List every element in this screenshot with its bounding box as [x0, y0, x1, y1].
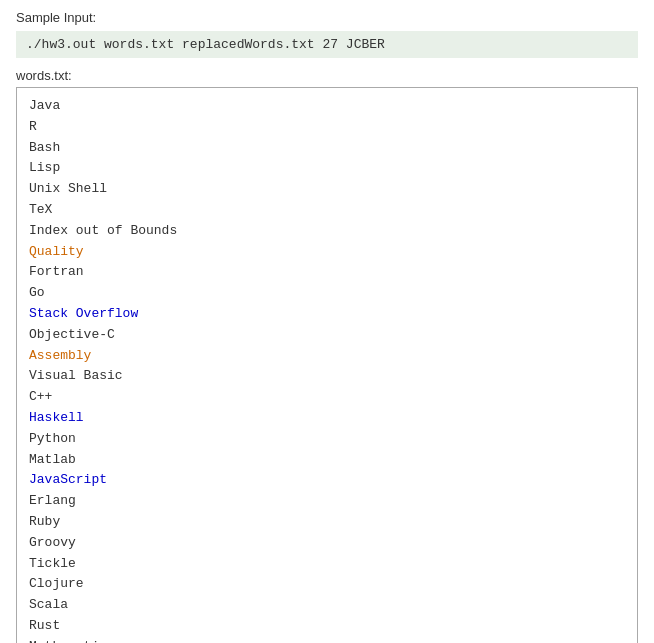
list-item: Mathematica — [29, 637, 625, 643]
list-item: Index out of Bounds — [29, 221, 625, 242]
list-item: TeX — [29, 200, 625, 221]
list-item: Scala — [29, 595, 625, 616]
list-item: Bash — [29, 138, 625, 159]
list-item: Visual Basic — [29, 366, 625, 387]
list-item: Unix Shell — [29, 179, 625, 200]
list-item: C++ — [29, 387, 625, 408]
list-item: Lisp — [29, 158, 625, 179]
list-item: Clojure — [29, 574, 625, 595]
command-display: ./hw3.out words.txt replacedWords.txt 27… — [16, 31, 638, 58]
list-item: Haskell — [29, 408, 625, 429]
list-item: Rust — [29, 616, 625, 637]
list-item: Groovy — [29, 533, 625, 554]
list-item: Objective-C — [29, 325, 625, 346]
list-item: Tickle — [29, 554, 625, 575]
list-item: R — [29, 117, 625, 138]
list-item: Assembly — [29, 346, 625, 367]
list-item: Java — [29, 96, 625, 117]
list-item: Quality — [29, 242, 625, 263]
list-item: Fortran — [29, 262, 625, 283]
list-item: Ruby — [29, 512, 625, 533]
list-item: Stack Overflow — [29, 304, 625, 325]
words-file-label: words.txt: — [16, 68, 638, 83]
list-item: Erlang — [29, 491, 625, 512]
words-list-box: JavaRBashLispUnix ShellTeXIndex out of B… — [16, 87, 638, 643]
list-item: JavaScript — [29, 470, 625, 491]
sample-input-label: Sample Input: — [16, 10, 638, 25]
list-item: Python — [29, 429, 625, 450]
list-item: Matlab — [29, 450, 625, 471]
list-item: Go — [29, 283, 625, 304]
